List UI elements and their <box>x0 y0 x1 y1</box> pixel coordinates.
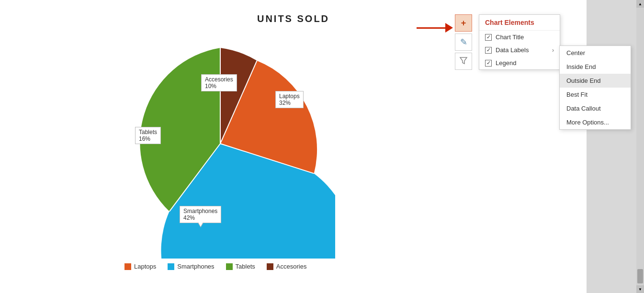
panel-label-data-labels: Data Labels <box>496 46 529 54</box>
arrow-head <box>445 23 453 33</box>
chevron-right-icon: › <box>552 47 554 54</box>
legend-label-laptops: Laptops <box>134 263 156 270</box>
legend-item-laptops: Laptops <box>124 263 156 270</box>
label-accesories: Accesories10% <box>201 74 237 91</box>
brush-icon: ✎ <box>460 37 467 47</box>
panel-label-chart-title: Chart Title <box>496 34 524 41</box>
checkbox-data-labels[interactable]: ✓ <box>485 47 492 54</box>
submenu-item-inside-end[interactable]: Inside End <box>560 60 631 74</box>
label-smartphones: Smartphones42% <box>180 206 221 223</box>
submenu-item-center[interactable]: Center <box>560 46 631 60</box>
panel-item-chart-title[interactable]: ✓ Chart Title <box>479 31 560 44</box>
scrollbar-thumb[interactable] <box>637 269 643 283</box>
legend-item-accesories: Accesories <box>267 263 307 270</box>
label-laptops: Laptops32% <box>275 91 304 108</box>
legend-color-smartphones <box>168 263 174 270</box>
data-labels-submenu: Center Inside End Outside End Best Fit D… <box>559 45 631 130</box>
legend-label-smartphones: Smartphones <box>177 263 214 270</box>
right-panel: ▲ ▼ <box>587 0 644 293</box>
chart-legend: Laptops Smartphones Tablets Accesories <box>124 263 306 270</box>
legend-label-tablets: Tablets <box>236 263 255 270</box>
pie-chart: Laptops32% Accesories10% Tablets16% Smar… <box>105 29 335 259</box>
chart-filter-button[interactable] <box>455 53 472 70</box>
legend-label-accesories: Accesories <box>276 263 307 270</box>
legend-item-smartphones: Smartphones <box>168 263 214 270</box>
scrollbar-down-arrow[interactable]: ▼ <box>636 285 644 293</box>
panel-header: Chart Elements <box>479 15 560 31</box>
chart-title: UNITS SOLD <box>257 13 329 24</box>
chart-elements-button[interactable]: + <box>455 14 472 32</box>
submenu-item-more-options[interactable]: More Options... <box>560 115 631 129</box>
scrollbar-up-arrow[interactable]: ▲ <box>636 0 644 8</box>
svg-marker-4 <box>460 57 467 64</box>
chart-styles-button[interactable]: ✎ <box>455 34 472 51</box>
panel-item-legend[interactable]: ✓ Legend <box>479 56 560 69</box>
arrow-pointer <box>417 23 453 33</box>
filter-icon <box>459 56 468 67</box>
checkbox-legend[interactable]: ✓ <box>485 60 492 67</box>
label-tablets: Tablets16% <box>135 127 161 144</box>
checkbox-chart-title[interactable]: ✓ <box>485 34 492 41</box>
submenu-item-data-callout[interactable]: Data Callout <box>560 101 631 115</box>
chart-buttons-group: + ✎ <box>455 14 472 70</box>
submenu-item-outside-end[interactable]: Outside End <box>560 74 631 88</box>
panel-item-data-labels[interactable]: ✓ Data Labels › <box>479 44 560 56</box>
panel-label-legend: Legend <box>496 59 516 67</box>
legend-color-accesories <box>267 263 273 270</box>
panel-title: Chart Elements <box>485 19 534 26</box>
arrow-line <box>417 27 445 29</box>
chart-elements-panel: Chart Elements ✓ Chart Title ✓ Data Labe… <box>479 14 560 70</box>
legend-color-laptops <box>124 263 131 270</box>
legend-item-tablets: Tablets <box>226 263 255 270</box>
legend-color-tablets <box>226 263 233 270</box>
submenu-item-best-fit[interactable]: Best Fit <box>560 88 631 101</box>
plus-icon: + <box>461 18 466 28</box>
